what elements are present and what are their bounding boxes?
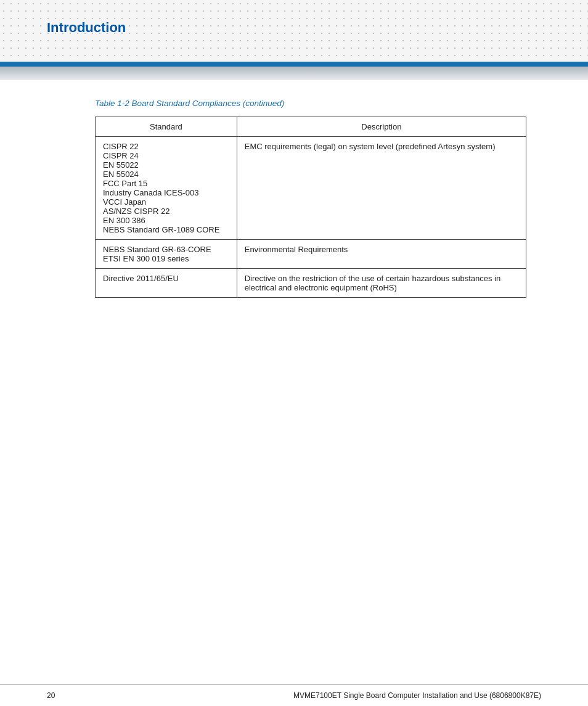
table-cell-standard: NEBS Standard GR-63-COREETSI EN 300 019 … [96, 240, 237, 269]
page-title: Introduction [47, 20, 126, 36]
table-cell-description: Directive on the restriction of the use … [237, 269, 526, 298]
col-header-standard: Standard [96, 117, 237, 137]
table-row: CISPR 22CISPR 24EN 55022EN 55024FCC Part… [96, 137, 526, 240]
footer-document-title: MVME7100ET Single Board Computer Install… [293, 691, 541, 700]
table-cell-standard: CISPR 22CISPR 24EN 55022EN 55024FCC Part… [96, 137, 237, 240]
main-content: Table 1-2 Board Standard Compliances (co… [0, 80, 588, 347]
table-header-row: Standard Description [96, 117, 526, 137]
compliance-table: Standard Description CISPR 22CISPR 24EN … [95, 117, 526, 298]
table-cell-description: Environmental Requirements [237, 240, 526, 269]
gray-bar [0, 67, 588, 80]
table-cell-description: EMC requirements (legal) on system level… [237, 137, 526, 240]
header: Introduction [0, 0, 588, 62]
table-cell-standard: Directive 2011/65/EU [96, 269, 237, 298]
footer: 20 MVME7100ET Single Board Computer Inst… [0, 684, 588, 706]
blue-bar [0, 62, 588, 67]
footer-page-number: 20 [47, 691, 55, 700]
table-row: Directive 2011/65/EUDirective on the res… [96, 269, 526, 298]
table-caption: Table 1-2 Board Standard Compliances (co… [95, 99, 541, 108]
col-header-description: Description [237, 117, 526, 137]
table-row: NEBS Standard GR-63-COREETSI EN 300 019 … [96, 240, 526, 269]
